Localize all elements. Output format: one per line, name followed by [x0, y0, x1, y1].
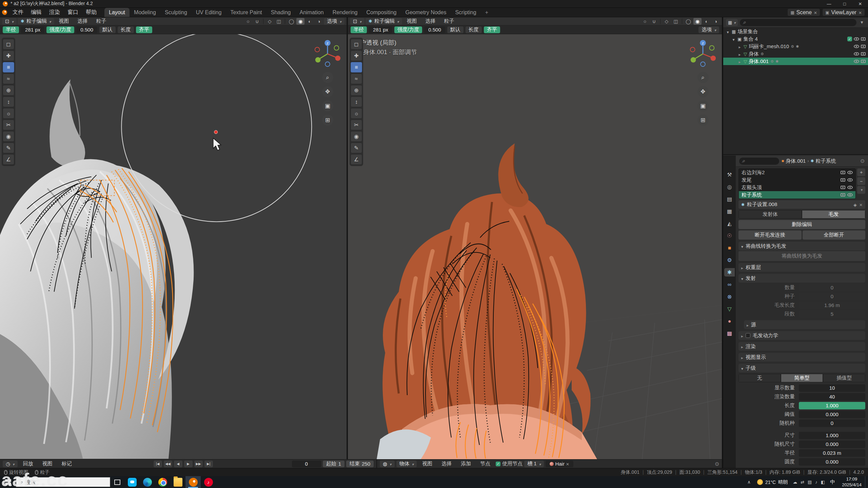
taskbar-search[interactable] — [16, 477, 110, 487]
menu-help[interactable]: 帮助 — [82, 8, 100, 17]
disable-in-render-icon[interactable] — [861, 60, 866, 63]
tool-weight[interactable]: ◉ — [3, 131, 14, 142]
seed-field[interactable]: 0 — [799, 420, 865, 427]
proportional-edit-icon[interactable]: ○ — [641, 18, 649, 25]
radius-button[interactable]: 半径 — [3, 26, 19, 33]
tool-smooth[interactable]: ≈ — [3, 74, 14, 84]
file-explorer-icon[interactable] — [170, 476, 185, 488]
timeline-view-menu[interactable]: 视图 — [39, 460, 56, 468]
type-emitter-button[interactable]: 发射体 — [738, 210, 802, 219]
hide-in-viewport-icon[interactable] — [854, 52, 859, 56]
shader-editor-type-button[interactable]: ◍ — [380, 461, 395, 467]
view-toggle-icon[interactable] — [847, 193, 853, 197]
disable-in-render-icon[interactable] — [861, 45, 866, 48]
panel-weight-layers[interactable]: 权重层 — [738, 263, 865, 272]
children-none-button[interactable]: 无 — [738, 374, 781, 382]
shading-wireframe-icon[interactable]: ◯ — [287, 18, 295, 25]
shader-type-selector[interactable]: 物体 — [396, 461, 417, 467]
render-toggle-icon[interactable] — [841, 186, 845, 189]
menu-render[interactable]: 渲染 — [45, 8, 64, 17]
view-menu[interactable]: 视图 — [403, 17, 421, 25]
tool-cursor[interactable]: ✚ — [351, 50, 362, 61]
network-icon[interactable]: ◧ — [819, 480, 827, 485]
hide-in-viewport-icon[interactable] — [854, 60, 859, 63]
expand-icon[interactable] — [737, 51, 742, 57]
tool-puff[interactable]: ☼ — [351, 108, 362, 119]
taskbar-search-input[interactable] — [25, 479, 106, 485]
render-toggle-icon[interactable] — [841, 178, 845, 182]
size-field[interactable]: 1.000 — [799, 432, 865, 439]
view-menu[interactable]: 视图 — [55, 17, 73, 25]
options-dropdown[interactable]: 选项 — [698, 26, 719, 33]
zoom-icon[interactable]: ⌕ — [322, 72, 333, 83]
hide-in-viewport-icon[interactable] — [854, 45, 859, 48]
panel-emission[interactable]: 发射 — [738, 274, 865, 283]
frame-start-field[interactable]: 起始 1 — [323, 461, 344, 467]
editor-type-button[interactable]: ⊡ — [2, 18, 17, 25]
breadcrumb-object[interactable]: 身体.001 — [786, 158, 806, 164]
strength-button[interactable]: 强度/力度 — [394, 26, 422, 33]
current-frame-field[interactable]: 0 — [292, 461, 321, 467]
viewport-right-canvas[interactable]: 用户透视 (局部) (0) 身体.001 · 面部调节 ◻ ✚ ≡ ≈ ⊕ ↕ … — [348, 34, 722, 459]
shader-add-menu[interactable]: 添加 — [457, 460, 475, 468]
particle-system-row-active[interactable]: 粒子系统 — [739, 191, 855, 199]
menu-window[interactable]: 窗口 — [64, 8, 82, 17]
add-workspace-button[interactable]: + — [481, 8, 493, 17]
options-dropdown[interactable]: 选项 — [324, 18, 344, 25]
playback-menu[interactable]: 回放 — [19, 460, 37, 468]
workspace-tab-geometry-nodes[interactable]: Geometry Nodes — [401, 8, 451, 17]
jump-to-end-button[interactable]: ▶| — [204, 461, 213, 467]
zoom-icon[interactable]: ⌕ — [697, 72, 709, 83]
curve-default-button[interactable]: 默认 — [447, 26, 463, 33]
display-amount-field[interactable]: 10 — [799, 384, 865, 392]
chrome-icon[interactable] — [155, 476, 170, 488]
panel-viewport-display[interactable]: 视图显示 — [738, 353, 865, 362]
workspace-tab-rendering[interactable]: Rendering — [328, 8, 362, 17]
disconnect-all-button[interactable]: 全部断开 — [803, 230, 866, 240]
tab-material[interactable]: ● — [724, 317, 735, 325]
viewlayer-selector[interactable]: ▣ ViewLayer — [823, 9, 865, 16]
camera-view-icon[interactable]: ▣ — [697, 100, 709, 111]
radius-field[interactable]: 0.023 m — [799, 449, 865, 457]
material-slot-selector[interactable]: 槽 1 — [524, 461, 544, 467]
workspace-tab-animation[interactable]: Animation — [295, 8, 328, 17]
tab-view-layer[interactable]: ▦ — [724, 207, 735, 216]
camera-view-icon[interactable]: ▣ — [322, 100, 333, 111]
shading-wireframe-icon[interactable]: ◯ — [684, 18, 692, 25]
shader-select-menu[interactable]: 选择 — [438, 460, 455, 468]
hair-length-field[interactable]: 1.96 m — [799, 302, 865, 309]
perspective-icon[interactable]: ⊞ — [322, 115, 333, 126]
select-menu[interactable]: 选择 — [74, 17, 92, 25]
curve-flatten-button[interactable]: 齐平 — [484, 26, 500, 33]
overlays-icon[interactable]: ◇ — [663, 18, 671, 25]
outliner-row-mesh010[interactable]: ▽ 玛丽卡_mesh.010 ⚙ ✱ — [723, 43, 868, 50]
tool-cut[interactable]: ✂ — [3, 120, 14, 130]
panel-hair-dynamics[interactable]: 毛发动力学 — [738, 331, 865, 340]
particle-system-row[interactable]: 右边刘海2 — [739, 169, 855, 176]
workspace-tab-compositing[interactable]: Compositing — [362, 8, 401, 17]
hide-in-viewport-icon[interactable] — [854, 37, 859, 41]
shading-rendered-icon[interactable]: ◑ — [315, 18, 323, 25]
menu-file[interactable]: 文件 — [9, 8, 27, 17]
hair-dynamics-checkbox[interactable] — [746, 333, 750, 338]
shader-node-menu[interactable]: 节点 — [476, 460, 494, 468]
material-unlink-icon[interactable] — [566, 461, 569, 467]
volume-icon[interactable]: ♪ — [813, 480, 819, 485]
marker-menu[interactable]: 标记 — [58, 460, 76, 468]
tab-output[interactable]: ▤ — [724, 195, 735, 203]
workspace-tab-modeling[interactable]: Modeling — [130, 8, 160, 17]
tool-puff[interactable]: ☼ — [3, 108, 14, 119]
play-reverse-button[interactable]: ◀ — [174, 461, 182, 467]
breadcrumb-tab[interactable]: 粒子系统 — [816, 158, 836, 164]
pin-icon[interactable] — [715, 461, 719, 467]
expand-icon[interactable] — [737, 44, 742, 49]
scene-selector[interactable]: ▦ Scene — [788, 9, 820, 16]
perspective-icon[interactable]: ⊞ — [697, 115, 709, 126]
sync-icon[interactable]: ⇄ — [799, 480, 806, 485]
curve-length-button[interactable]: 长度 — [466, 26, 482, 33]
children-interpolated-button[interactable]: 插值型 — [823, 374, 865, 382]
children-simple-button[interactable]: 简单型 — [781, 374, 823, 382]
viewlayer-unlink-icon[interactable] — [859, 9, 862, 16]
proportional-edit-icon[interactable]: ○ — [244, 18, 252, 25]
navigation-gizmo[interactable]: Z — [688, 39, 718, 69]
